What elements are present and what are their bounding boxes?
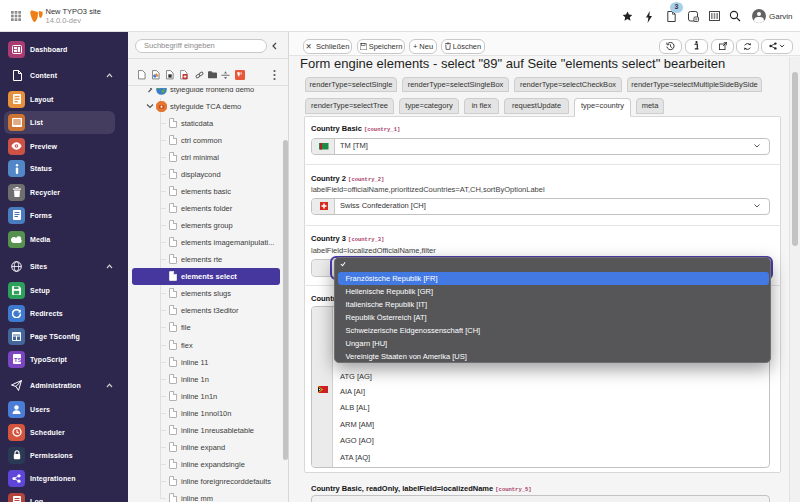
svg-text:TS: TS xyxy=(14,357,21,363)
